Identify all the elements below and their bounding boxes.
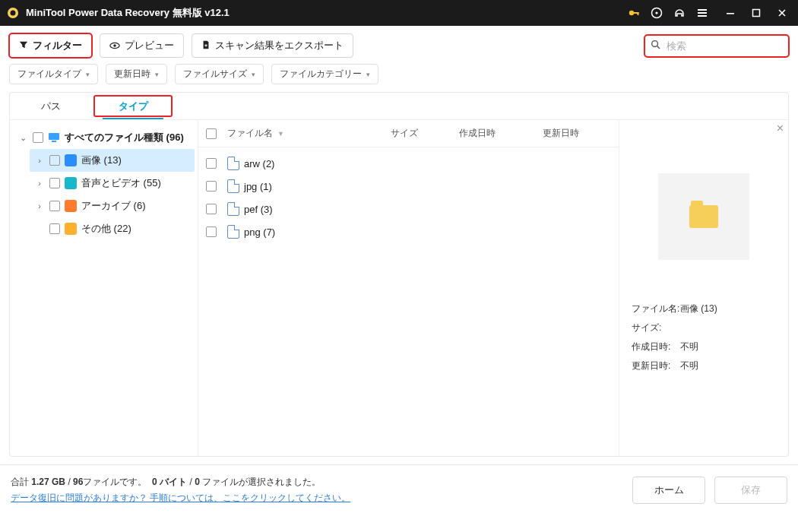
- headset-icon[interactable]: [673, 7, 686, 19]
- file-row[interactable]: arw (2): [206, 152, 611, 175]
- archive-icon: [65, 200, 77, 212]
- meta-mtime-value: 不明: [680, 359, 698, 372]
- close-button[interactable]: [772, 3, 792, 23]
- meta-name-label: ファイル名:: [632, 302, 680, 315]
- titlebar: MiniTool Power Data Recovery 無料版 v12.1: [0, 0, 798, 26]
- menu-icon[interactable]: [696, 7, 708, 19]
- chevron-down-icon: ▾: [155, 71, 159, 78]
- tree: ⌄ すべてのファイル種類 (96) › 画像 (13) › 音声とビデオ (55…: [10, 120, 198, 456]
- maximize-button[interactable]: [746, 3, 766, 23]
- checkbox[interactable]: [33, 132, 43, 143]
- preview-pane: × ファイル名:画像 (13) サイズ: 作成日時:不明 更新日時:不明: [619, 120, 788, 456]
- col-name[interactable]: ファイル名 ▼: [227, 127, 391, 140]
- funnel-icon: [19, 40, 28, 52]
- search-icon: [651, 39, 660, 52]
- checkbox[interactable]: [49, 155, 60, 166]
- col-size[interactable]: サイズ: [391, 127, 459, 140]
- tree-item-av[interactable]: › 音声とビデオ (55): [30, 172, 195, 195]
- tree-item-label: その他 (22): [81, 222, 131, 236]
- chip-filesize[interactable]: ファイルサイズ▾: [175, 64, 264, 84]
- file-name: pef (3): [244, 204, 611, 215]
- export-label: スキャン結果をエクスポート: [215, 39, 344, 52]
- tab-path[interactable]: パス: [10, 93, 92, 119]
- tree-root-label: すべてのファイル種類 (96): [65, 131, 184, 144]
- svg-rect-8: [698, 12, 707, 14]
- chevron-down-icon: ▾: [86, 71, 90, 78]
- svg-rect-10: [727, 13, 734, 14]
- tree-item-label: 画像 (13): [81, 154, 122, 167]
- file-icon: [227, 202, 239, 216]
- file-list-header: ファイル名 ▼ サイズ 作成日時 更新日時: [198, 120, 619, 147]
- filter-button[interactable]: フィルター: [9, 33, 92, 58]
- save-button[interactable]: 保存: [714, 477, 787, 504]
- disc-icon[interactable]: [651, 7, 663, 19]
- preview-thumbnail: [658, 173, 749, 260]
- tree-item-other[interactable]: その他 (22): [30, 217, 195, 240]
- app-title: MiniTool Power Data Recovery 無料版 v12.1: [26, 6, 230, 20]
- col-ctime[interactable]: 作成日時: [459, 127, 543, 140]
- chip-filetype[interactable]: ファイルタイプ▾: [9, 64, 98, 84]
- svg-point-6: [655, 11, 657, 14]
- tree-item-archive[interactable]: › アーカイブ (6): [30, 195, 195, 217]
- meta-mtime-label: 更新日時:: [632, 359, 680, 372]
- checkbox-all[interactable]: [206, 128, 217, 139]
- chip-category[interactable]: ファイルカテゴリー▾: [271, 64, 378, 84]
- footer: 合計 1.27 GB / 96ファイルです。 0 バイト / 0 ファイルが選択…: [0, 464, 798, 515]
- svg-rect-17: [52, 141, 56, 142]
- key-icon[interactable]: [628, 7, 640, 19]
- file-row[interactable]: pef (3): [206, 198, 611, 220]
- checkbox[interactable]: [206, 158, 217, 169]
- svg-rect-16: [49, 133, 59, 140]
- checkbox[interactable]: [49, 178, 60, 188]
- svg-point-2: [629, 11, 634, 15]
- tab-type[interactable]: タイプ: [92, 93, 174, 119]
- chip-mtime[interactable]: 更新日時▾: [106, 64, 167, 84]
- search-wrap: [644, 35, 789, 57]
- checkbox[interactable]: [206, 181, 217, 192]
- sort-desc-icon: ▼: [277, 130, 284, 138]
- search-input[interactable]: [644, 35, 789, 57]
- expand-icon[interactable]: ›: [34, 156, 45, 165]
- meta-ctime-value: 不明: [680, 340, 698, 353]
- svg-line-15: [657, 46, 660, 49]
- svg-point-14: [652, 41, 658, 47]
- checkbox[interactable]: [206, 204, 217, 214]
- file-name: png (7): [244, 226, 611, 238]
- checkbox[interactable]: [206, 226, 217, 237]
- preview-label: プレビュー: [125, 39, 174, 52]
- meta-size-label: サイズ:: [632, 321, 680, 334]
- tree-root[interactable]: ⌄ すべてのファイル種類 (96): [13, 126, 195, 149]
- meta-name-value: 画像 (13): [680, 302, 717, 315]
- filter-chips: ファイルタイプ▾ 更新日時▾ ファイルサイズ▾ ファイルカテゴリー▾: [0, 58, 798, 84]
- close-preview-button[interactable]: ×: [777, 122, 784, 135]
- meta-ctime-label: 作成日時:: [632, 340, 680, 353]
- checkbox[interactable]: [49, 223, 60, 234]
- minimize-button[interactable]: [720, 3, 740, 23]
- file-row[interactable]: jpg (1): [206, 175, 611, 198]
- checkbox[interactable]: [49, 201, 60, 211]
- export-icon: [201, 40, 211, 52]
- tree-item-label: 音声とビデオ (55): [81, 176, 161, 190]
- collapse-icon[interactable]: ⌄: [17, 133, 28, 143]
- file-name: arw (2): [244, 158, 611, 169]
- export-button[interactable]: スキャン結果をエクスポート: [192, 33, 353, 58]
- file-icon: [227, 225, 239, 239]
- folder-icon: [65, 223, 77, 235]
- chevron-down-icon: ▾: [366, 71, 370, 78]
- svg-rect-4: [638, 12, 639, 15]
- expand-icon[interactable]: ›: [34, 179, 45, 188]
- chevron-down-icon: ▾: [252, 71, 255, 78]
- folder-icon: [689, 205, 718, 228]
- home-button[interactable]: ホーム: [632, 477, 705, 504]
- monitor-icon: [48, 131, 60, 144]
- file-row[interactable]: png (7): [206, 220, 611, 243]
- preview-button[interactable]: プレビュー: [100, 33, 184, 58]
- help-link[interactable]: データ復旧に問題がありますか？ 手順については、ここをクリックしてください。: [11, 492, 350, 505]
- image-icon: [65, 154, 77, 166]
- svg-point-1: [11, 11, 16, 16]
- expand-icon[interactable]: ›: [34, 201, 45, 211]
- col-mtime[interactable]: 更新日時: [543, 127, 611, 140]
- file-name: jpg (1): [244, 181, 611, 192]
- toolbar: フィルター プレビュー スキャン結果をエクスポート: [0, 26, 798, 58]
- tree-item-images[interactable]: › 画像 (13): [30, 149, 195, 172]
